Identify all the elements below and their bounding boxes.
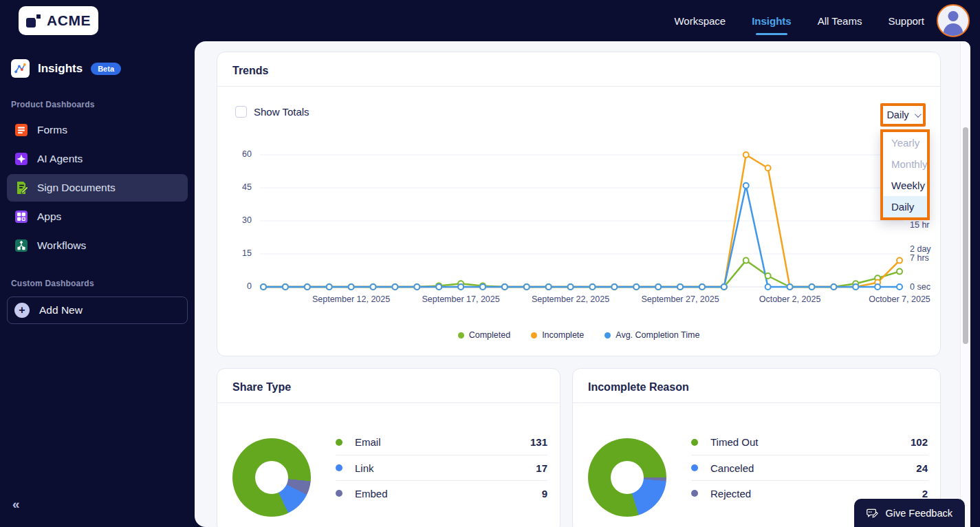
logo-text: ACME [47, 12, 91, 29]
incomplete-reason-legend: Timed Out102Canceled24Rejected2 [691, 429, 928, 506]
avatar-person-icon [948, 11, 959, 21]
beta-badge: Beta [91, 63, 121, 75]
user-avatar[interactable] [937, 4, 970, 37]
donut-legend-row-canceled[interactable]: Canceled24 [691, 455, 928, 480]
vertical-scrollbar [960, 41, 970, 527]
share-type-donut-chart [232, 438, 311, 517]
sidebar-item-label: Forms [37, 124, 67, 136]
menu-option-monthly[interactable]: Monthly [883, 153, 927, 175]
right-axis-tick-label: 2 day [910, 244, 941, 254]
show-totals-checkbox[interactable] [235, 106, 247, 118]
legend-dot [336, 464, 342, 471]
top-bar: ACME Workspace Insights All Teams Suppor… [0, 0, 980, 41]
legend-label: Timed Out [710, 436, 758, 448]
sign-documents-icon [14, 180, 29, 195]
y-tick-label: 15 [224, 248, 252, 258]
donut-legend-row-link[interactable]: Link17 [336, 455, 547, 480]
main-content: Trends Show Totals Daily Yearly Monthly … [195, 41, 970, 527]
legend-item-completed[interactable]: Completed [458, 330, 510, 340]
ai-agents-icon [14, 151, 29, 166]
chevron-down-icon [915, 111, 922, 118]
plus-icon: + [14, 303, 30, 318]
section-custom-dashboards: Custom Dashboards [0, 272, 195, 294]
y-tick-label: 60 [224, 149, 252, 159]
trends-line-chart [260, 149, 903, 294]
nav-workspace[interactable]: Workspace [674, 11, 726, 31]
add-new-label: Add New [39, 304, 83, 316]
donut-legend-row-timed-out[interactable]: Timed Out102 [691, 429, 928, 455]
sidebar-item-forms[interactable]: Forms [7, 116, 188, 144]
interval-select-value: Daily [886, 109, 908, 120]
share-type-legend: Email131Link17Embed9 [336, 429, 547, 506]
donut-legend-row-embed[interactable]: Embed9 [336, 480, 547, 506]
sidebar-header: Insights Beta [0, 41, 195, 93]
legend-dot [691, 464, 698, 471]
sidebar-collapse-button[interactable]: « [12, 497, 19, 512]
legend-label: Link [355, 462, 374, 474]
legend-item-incomplete[interactable]: Incomplete [531, 330, 584, 340]
legend-label: Avg. Completion Time [616, 330, 699, 340]
legend-label: Embed [355, 488, 388, 499]
legend-value: 17 [536, 462, 547, 474]
x-tick-label: September 12, 2025 [303, 294, 400, 304]
trends-card: Trends Show Totals Daily Yearly Monthly … [217, 52, 941, 356]
y-tick-label: 0 [224, 281, 252, 291]
legend-dot [605, 332, 611, 338]
right-axis-tick-label: 7 hrs [910, 253, 941, 263]
sidebar-item-ai-agents[interactable]: AI Agents [7, 145, 188, 173]
legend-dot [336, 439, 342, 446]
legend-label: Email [355, 436, 381, 448]
apps-icon [14, 209, 29, 224]
y-tick-label: 45 [224, 182, 252, 192]
legend-label: Incomplete [542, 330, 584, 340]
donut-legend-row-email[interactable]: Email131 [336, 429, 547, 455]
legend-dot [458, 332, 464, 338]
give-feedback-button[interactable]: Give Feedback [854, 499, 965, 527]
nav-insights[interactable]: Insights [752, 11, 792, 31]
y-tick-label: 30 [224, 215, 252, 225]
sidebar-title: Insights [38, 62, 83, 76]
legend-label: Completed [469, 330, 510, 340]
sidebar-item-label: Workflows [37, 239, 86, 252]
x-tick-label: September 22, 2025 [523, 294, 619, 304]
scrollbar-thumb[interactable] [963, 127, 968, 344]
menu-option-daily[interactable]: Daily [883, 196, 927, 217]
trends-legend: CompletedIncompleteAvg. Completion Time [217, 330, 940, 340]
legend-value: 9 [542, 488, 547, 499]
legend-item-avg-completion-time[interactable]: Avg. Completion Time [605, 330, 699, 340]
show-totals-label: Show Totals [254, 106, 309, 118]
sidebar-item-sign-documents[interactable]: Sign Documents [7, 174, 188, 202]
top-nav: Workspace Insights All Teams Support [674, 11, 924, 31]
share-type-card: Share Type Email131Link17Embed9 [217, 368, 560, 527]
nav-support[interactable]: Support [888, 11, 924, 31]
add-new-button[interactable]: + Add New [7, 297, 188, 324]
legend-value: 131 [530, 436, 547, 448]
legend-dot [531, 332, 537, 338]
sidebar: Insights Beta Product Dashboards Forms A… [0, 41, 195, 527]
sidebar-item-apps[interactable]: Apps [7, 203, 188, 230]
right-axis-tick-label: 15 hr [910, 220, 941, 230]
sidebar-item-workflows[interactable]: Workflows [7, 232, 188, 259]
sidebar-item-label: AI Agents [37, 153, 83, 165]
x-tick-label: October 7, 2025 [851, 294, 941, 304]
menu-option-yearly[interactable]: Yearly [883, 132, 927, 153]
legend-dot [691, 490, 698, 497]
share-type-title: Share Type [217, 369, 560, 403]
sidebar-item-label: Sign Documents [37, 182, 116, 194]
workflows-icon [14, 238, 29, 253]
forms-icon [14, 122, 29, 138]
legend-label: Canceled [710, 462, 754, 474]
acme-logo[interactable]: ACME [19, 6, 98, 35]
interval-select[interactable]: Daily [880, 103, 926, 127]
right-axis-tick-label: 0 sec [910, 282, 941, 292]
legend-value: 24 [916, 462, 928, 474]
menu-option-weekly[interactable]: Weekly [883, 175, 927, 196]
acme-logo-icon [26, 12, 43, 29]
interval-dropdown-menu: Yearly Monthly Weekly Daily [880, 129, 930, 220]
feedback-chat-pencil-icon [867, 507, 878, 519]
nav-all-teams[interactable]: All Teams [818, 11, 862, 31]
legend-value: 102 [911, 436, 928, 448]
legend-value: 2 [922, 488, 928, 499]
x-tick-label: October 2, 2025 [742, 294, 838, 304]
show-totals-control: Show Totals [235, 106, 309, 118]
